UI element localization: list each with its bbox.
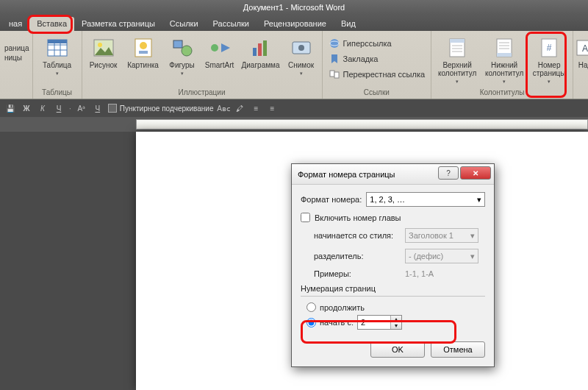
continue-label: продолжить: [320, 303, 365, 312]
pages-label-1: раница: [4, 44, 29, 52]
bookmark-button[interactable]: Закладка: [326, 52, 429, 66]
tab-review[interactable]: Рецензирование: [257, 17, 334, 31]
dotted-underline-label: Пунктирное подчеркивание: [120, 104, 214, 113]
number-format-select[interactable]: 1, 2, 3, … ▾: [366, 192, 485, 207]
tab-mailings[interactable]: Рассылки: [206, 17, 257, 31]
svg-point-15: [211, 44, 218, 52]
group-tables-label: Таблицы: [36, 87, 79, 99]
svg-rect-16: [253, 48, 257, 56]
tab-view[interactable]: Вид: [334, 17, 363, 31]
tab-home-partial[interactable]: ная: [1, 17, 29, 31]
group-text-partial: A Над: [573, 31, 588, 99]
dropdown-icon: ▾: [477, 195, 481, 205]
svg-rect-23: [330, 71, 334, 77]
textbox-button-partial[interactable]: A Над: [576, 35, 588, 69]
table-icon: [46, 36, 69, 60]
clipart-icon: [132, 36, 155, 60]
chart-button[interactable]: Диаграмма: [240, 35, 282, 69]
svg-rect-31: [497, 53, 512, 57]
group-tables: Таблица▾ Таблицы: [33, 31, 82, 99]
help-button[interactable]: ?: [438, 166, 459, 180]
quick-format-bar: 💾 Ж К Ч · Aᵃ Ч Пунктирное подчеркивание …: [0, 99, 588, 117]
cancel-button[interactable]: Отмена: [431, 341, 485, 358]
chapter-style-label: начинается со стиля:: [314, 231, 401, 240]
svg-point-21: [330, 39, 339, 48]
shapes-icon: [171, 36, 194, 60]
smallcaps-icon[interactable]: Aʙᴄ: [218, 102, 229, 114]
group-links-label: Ссылки: [326, 87, 429, 99]
tab-page-layout[interactable]: Разметка страницы: [74, 17, 162, 31]
divider: [301, 296, 485, 297]
start-at-input[interactable]: [358, 316, 390, 329]
table-button[interactable]: Таблица▾: [36, 35, 79, 77]
clipart-button[interactable]: Картинка: [123, 35, 163, 69]
ribbon-tabs: ная Вставка Разметка страницы Ссылки Рас…: [0, 15, 588, 31]
align-center-icon[interactable]: ≡: [266, 102, 278, 114]
group-pages-label: [3, 95, 29, 99]
hyperlink-button[interactable]: Гиперссылка: [326, 36, 429, 51]
start-at-radio[interactable]: [306, 318, 316, 327]
screenshot-icon: [290, 36, 313, 60]
number-format-label: Формат номера:: [301, 195, 362, 204]
smartart-icon: [208, 36, 232, 60]
ribbon: раница ницы Таблица▾ Таблицы Рисунок Кар…: [0, 31, 588, 99]
svg-rect-7: [48, 40, 67, 43]
svg-point-20: [298, 45, 304, 51]
chart-icon: [249, 36, 273, 60]
dotted-underline-checkbox[interactable]: [108, 104, 117, 113]
svg-text:A: A: [582, 43, 588, 54]
continue-radio[interactable]: [306, 302, 316, 312]
separator-label: разделитель:: [314, 252, 401, 260]
include-chapter-checkbox[interactable]: [301, 213, 310, 222]
hyperlink-icon: [329, 38, 340, 49]
footer-button[interactable]: Нижний колонтитул▾: [481, 35, 527, 85]
dialog-title: Формат номера страницы: [298, 170, 395, 179]
screenshot-button[interactable]: Снимок▾: [284, 35, 319, 77]
svg-point-9: [98, 43, 102, 47]
svg-text:#: #: [547, 43, 552, 53]
header-icon: [445, 36, 469, 60]
page-number-icon: #: [537, 36, 561, 60]
picture-button[interactable]: Рисунок: [85, 35, 122, 69]
svg-point-14: [182, 46, 192, 56]
include-chapter-label: Включить номер главы: [315, 213, 401, 222]
group-illustrations-label: Иллюстрации: [85, 87, 319, 99]
tab-references[interactable]: Ссылки: [162, 17, 206, 31]
group-pages-partial: раница ницы: [0, 31, 33, 99]
strike-icon[interactable]: Aᵃ: [76, 102, 87, 114]
bookmark-icon: [329, 53, 340, 65]
italic-icon[interactable]: К: [37, 102, 49, 114]
dialog-titlebar[interactable]: Формат номера страницы ? ✕: [292, 164, 494, 185]
examples-value: 1-1, 1-A: [405, 269, 434, 278]
dropdown-icon: ▾: [56, 69, 59, 77]
spin-down[interactable]: ▼: [391, 322, 401, 329]
save-icon[interactable]: 💾: [4, 102, 16, 114]
ok-button[interactable]: OK: [370, 341, 425, 358]
svg-rect-26: [450, 39, 465, 43]
group-illustrations: Рисунок Картинка Фигуры▾ SmartArt Диагра…: [82, 31, 323, 99]
svg-rect-13: [173, 40, 182, 48]
picture-icon: [92, 36, 115, 60]
header-button[interactable]: Верхний колонтитул▾: [434, 35, 480, 85]
spin-up[interactable]: ▲: [391, 316, 401, 322]
bold-icon[interactable]: Ж: [21, 102, 32, 114]
separator-select: - (дефис)▾: [405, 249, 478, 263]
close-button[interactable]: ✕: [460, 166, 491, 180]
svg-rect-24: [334, 72, 339, 78]
start-at-spinner[interactable]: ▲ ▼: [357, 315, 402, 330]
textbox-icon: A: [573, 36, 588, 60]
shapes-button[interactable]: Фигуры▾: [165, 35, 200, 77]
svg-rect-12: [139, 51, 148, 54]
tab-insert[interactable]: Вставка: [29, 17, 74, 31]
crossref-button[interactable]: Перекрестная ссылка: [326, 67, 429, 82]
svg-point-11: [140, 42, 147, 49]
highlight-icon[interactable]: 🖍: [234, 102, 245, 114]
horizontal-ruler[interactable]: [136, 119, 588, 130]
crossref-icon: [329, 68, 340, 80]
underline2-icon[interactable]: Ч: [92, 102, 104, 114]
smartart-button[interactable]: SmartArt: [201, 35, 238, 69]
page-number-button[interactable]: # Номер страницы▾: [528, 35, 570, 85]
underline-icon[interactable]: Ч: [53, 102, 65, 114]
align-left-icon[interactable]: ≡: [250, 102, 262, 114]
examples-label: Примеры:: [314, 269, 401, 278]
